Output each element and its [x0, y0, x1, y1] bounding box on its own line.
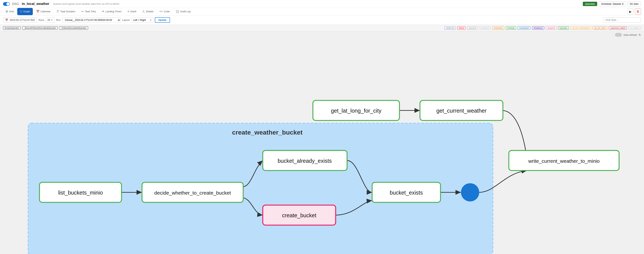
node-decide-whether-label: decide_whether_to_create_bucket — [154, 190, 231, 196]
details-icon: ⚠ — [142, 10, 145, 13]
date-value: 2023-02-17T13:47:50Z — [10, 18, 35, 21]
status-running[interactable]: running — [506, 26, 516, 30]
tab-task-duration-label: Task Duration — [60, 10, 75, 13]
status-upstream-failed[interactable]: upstream_failed — [609, 26, 627, 30]
task-tries-icon: ↩ — [82, 10, 84, 13]
node-create-bucket-label: create_bucket — [282, 212, 316, 219]
layout-label: Layout — [122, 18, 130, 21]
status-restarting[interactable]: restarting — [492, 26, 504, 30]
tab-calendar[interactable]: 📅 Calendar — [34, 8, 53, 15]
dag-prefix-label: DAG: — [12, 2, 20, 6]
tab-task-duration[interactable]: ⏱ Task Duration — [54, 8, 78, 15]
on-start-button[interactable]: On start — [627, 1, 641, 6]
tab-details[interactable]: ⚠ Details — [140, 8, 156, 15]
success-badge: success — [583, 2, 597, 6]
dag-toggle[interactable] — [3, 2, 10, 6]
node-get-current-weather-label: get_current_weather — [436, 108, 486, 114]
tab-audit-log[interactable]: 📋 Audit Log — [173, 8, 193, 15]
date-display: 📅 2023-02-17T13:47:50Z — [3, 17, 37, 22]
tab-audit-log-label: Audit Log — [180, 10, 190, 13]
tab-task-tries[interactable]: ↩ Task Tries — [79, 8, 99, 15]
runs-control: 25 ▼ — [46, 17, 54, 22]
controls-bar: 📅 2023-02-17T13:47:50Z Runs 25 ▼ Run man… — [0, 15, 644, 25]
grid-icon: ⊞ — [6, 10, 8, 13]
header: DAG: in_local_weather Queries and ingest… — [0, 0, 644, 8]
node-bucket-already-exists-label: bucket_already_exists — [278, 158, 332, 164]
tab-graph-label: Graph — [23, 10, 30, 13]
header-actions: success Schedule: Dataset ℹ On start — [583, 1, 641, 6]
tab-task-tries-label: Task Tries — [85, 10, 96, 13]
info-icon: ℹ — [622, 2, 623, 5]
tab-details-label: Details — [146, 10, 154, 13]
dag-description: Queries and ingests local weather data f… — [53, 2, 120, 5]
node-list-buckets-minio-label: list_buckets_minio — [58, 190, 103, 196]
tab-code-label: Code — [164, 10, 170, 13]
tab-actions: ▶ 🗑 — [627, 8, 641, 14]
status-failed[interactable]: failed — [457, 26, 466, 30]
calendar-icon: 📅 — [36, 10, 40, 13]
graph-area: Auto-refresh ↻ create_weather_bucket — [0, 31, 644, 254]
operator-python[interactable]: _PythonDecoratedOperator — [59, 26, 88, 30]
delete-button[interactable]: 🗑 — [635, 8, 641, 14]
dag-graph-container: create_weather_bucket list_buckets_mi — [0, 38, 644, 254]
status-scheduled[interactable]: scheduled — [518, 26, 530, 30]
tab-gantt-label: Gantt — [130, 10, 136, 13]
dag-name-label: in_local_weather — [22, 2, 49, 6]
status-queued[interactable]: queued — [467, 26, 478, 30]
schedule-button[interactable]: Schedule: Dataset ℹ — [599, 1, 626, 6]
auto-refresh-label: Auto-refresh — [623, 33, 637, 36]
calendar-small-icon: 📅 — [5, 18, 8, 21]
auto-refresh-bar: Auto-refresh ↻ — [0, 31, 644, 38]
auto-refresh-toggle[interactable] — [615, 33, 622, 37]
graph-icon: ⬡ — [20, 10, 22, 13]
landing-times-icon: ✈ — [102, 10, 104, 13]
operator-empty[interactable]: EmptyOperator — [3, 26, 21, 30]
tabs-bar: ⊞ Grid ⬡ Graph 📅 Calendar ⏱ Task Duratio… — [0, 8, 644, 15]
node-join-circle[interactable] — [461, 183, 479, 201]
tab-gantt[interactable]: ≡ Gantt — [125, 8, 139, 15]
node-write-current-weather-label: write_current_weather_to_minio — [528, 158, 600, 164]
node-get-lat-long-label: get_lat_long_for_city — [331, 108, 382, 114]
node-bucket-exists-label: bucket_exists — [390, 190, 423, 196]
runs-label: Runs — [38, 18, 44, 21]
run-label: Run — [56, 18, 61, 21]
tab-graph[interactable]: ⬡ Graph — [17, 8, 33, 15]
schedule-label: Schedule: Dataset — [601, 2, 621, 5]
tab-landing-times-label: Landing Times — [105, 10, 122, 13]
run-select[interactable]: manual__2023-02-17T13:47:49.395926+00:00 — [62, 17, 121, 23]
status-up-for-retry[interactable]: up_for_retry — [593, 26, 607, 30]
status-up-for-reschedule[interactable]: up_for_reschedule — [570, 26, 591, 30]
tab-calendar-label: Calendar — [40, 10, 50, 13]
update-button[interactable]: Update — [155, 17, 170, 23]
audit-log-icon: 📋 — [176, 10, 179, 13]
status-no-status[interactable]: no_status — [628, 26, 641, 30]
status-success[interactable]: success — [558, 26, 569, 30]
status-deferred[interactable]: deferred — [444, 26, 456, 30]
status-shutdown[interactable]: shutdown — [532, 26, 544, 30]
tab-grid-label: Grid — [9, 10, 14, 13]
tab-code[interactable]: <> Code — [157, 8, 172, 15]
play-button[interactable]: ▶ — [627, 8, 634, 14]
status-skipped[interactable]: skipped — [546, 26, 556, 30]
task-duration-icon: ⏱ — [56, 10, 59, 13]
dag-svg: create_weather_bucket list_buckets_mi — [3, 41, 641, 254]
tab-landing-times[interactable]: ✈ Landing Times — [99, 8, 124, 15]
legend-bar: EmptyOperator _BranchPythonDecoratedOper… — [0, 25, 644, 31]
tab-grid[interactable]: ⊞ Grid — [3, 8, 16, 15]
operator-branch[interactable]: _BranchPythonDecoratedOperator — [22, 26, 58, 30]
code-icon: <> — [160, 10, 162, 13]
layout-select[interactable]: Left > Right Top > Bottom — [131, 17, 153, 22]
layout-select-wrap: Left > Right Top > Bottom — [131, 17, 153, 22]
runs-value: 25 — [48, 18, 50, 21]
gantt-icon: ≡ — [128, 10, 129, 13]
runs-chevron-icon: ▼ — [51, 19, 53, 21]
run-select-wrap: manual__2023-02-17T13:47:49.395926+00:00 — [62, 17, 121, 23]
refresh-icon[interactable]: ↻ — [638, 33, 641, 37]
group-label: create_weather_bucket — [232, 129, 302, 136]
find-task-input[interactable] — [603, 17, 641, 22]
status-removed[interactable]: removed — [479, 26, 490, 30]
